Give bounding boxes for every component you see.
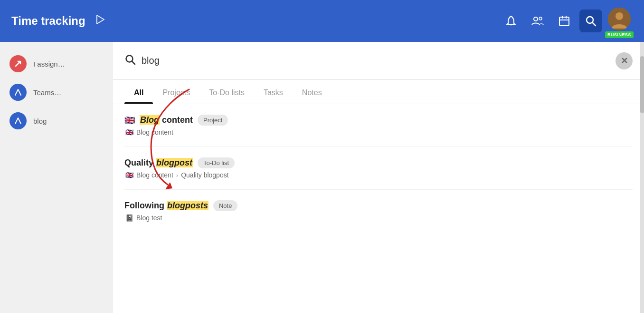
search-bar: ✕	[113, 42, 644, 80]
result-sub-text-1: Blog content	[136, 128, 173, 136]
result-badge-3: Note	[213, 200, 237, 211]
result-sub-3: 📓 Blog test	[124, 214, 633, 222]
business-badge: BUSINESS	[605, 31, 634, 38]
avatar	[608, 8, 631, 30]
sidebar-item-teams[interactable]: Teams…	[0, 78, 113, 107]
sidebar-item-blog[interactable]: blog	[0, 107, 113, 135]
sidebar: I assign… Teams… blog	[0, 42, 113, 313]
svg-point-1	[534, 17, 538, 21]
avatar-image	[608, 8, 631, 30]
result-sub-2: 🇬🇧 Blog content › Quality blogpost	[124, 171, 633, 179]
result-item-following-blogposts[interactable]: Following blogposts Note 📓 Blog test	[124, 190, 633, 232]
user-avatar-wrap[interactable]: BUSINESS	[606, 4, 633, 38]
svg-marker-0	[97, 15, 104, 24]
calendar-button[interactable]	[553, 10, 576, 32]
sidebar-label-blog: blog	[33, 117, 47, 125]
scrollbar-thumb	[640, 56, 644, 113]
tab-notes[interactable]: Notes	[293, 80, 331, 104]
app-title: Time tracking	[11, 14, 85, 28]
svg-rect-3	[559, 17, 569, 26]
result-badge-2: To-Do list	[198, 157, 235, 168]
result-highlight-1: Blog	[140, 115, 160, 125]
sidebar-icon-teams	[9, 84, 27, 101]
result-sub-flag-3: 📓	[125, 214, 133, 222]
result-item-quality-blogpost[interactable]: Quality blogpost To-Do list 🇬🇧 Blog cont…	[124, 147, 633, 190]
result-title-row-1: 🇬🇧 Blog content Project	[124, 115, 633, 126]
sidebar-icon-assigned	[9, 55, 27, 72]
main-layout: I assign… Teams… blog	[0, 42, 644, 313]
sidebar-icon-blog	[9, 112, 27, 129]
search-results: 🇬🇧 Blog content Project 🇬🇧 Blog content …	[113, 104, 644, 313]
result-item-blog-content[interactable]: 🇬🇧 Blog content Project 🇬🇧 Blog content	[124, 104, 633, 147]
close-icon: ✕	[621, 56, 628, 66]
result-title-row-3: Following blogposts Note	[124, 200, 633, 211]
result-highlight-2: blogpost	[156, 158, 193, 167]
notifications-button[interactable]	[500, 10, 522, 32]
sidebar-item-assigned[interactable]: I assign…	[0, 49, 113, 78]
result-sub-text-2: Blog content	[136, 171, 173, 179]
result-title-row-2: Quality blogpost To-Do list	[124, 157, 633, 168]
result-flag-1: 🇬🇧	[124, 115, 135, 126]
result-sub-flag-2: 🇬🇧	[125, 171, 133, 179]
search-tabs: All Projects To-Do lists Tasks Notes	[113, 80, 644, 104]
svg-point-2	[539, 17, 542, 20]
header: Time tracking	[0, 0, 644, 42]
result-badge-1: Project	[198, 115, 228, 126]
close-button[interactable]: ✕	[616, 52, 633, 69]
scrollbar[interactable]	[640, 42, 644, 313]
svg-point-6	[616, 12, 623, 20]
result-title-2: Quality blogpost	[124, 158, 193, 168]
result-sub-text-3: Blog test	[136, 214, 162, 222]
result-sub-1: 🇬🇧 Blog content	[124, 128, 633, 136]
header-icons: BUSINESS	[500, 4, 633, 38]
result-chevron-2: ›	[176, 172, 178, 179]
search-panel: ✕ All Projects To-Do lists Tasks Notes 🇬…	[113, 42, 644, 313]
tab-projects[interactable]: Projects	[153, 80, 199, 104]
result-highlight-3: blogposts	[167, 201, 208, 210]
result-sub-flag-1: 🇬🇧	[125, 128, 133, 136]
sidebar-label-assigned: I assign…	[33, 60, 65, 68]
team-button[interactable]	[526, 10, 549, 32]
search-button[interactable]	[579, 10, 602, 32]
tab-all[interactable]: All	[124, 80, 153, 104]
tab-tasks[interactable]: Tasks	[254, 80, 293, 104]
result-title-3: Following blogposts	[124, 201, 208, 211]
search-input[interactable]	[142, 55, 610, 66]
result-title-1: Blog content	[140, 115, 193, 125]
result-sub-path-2: Quality blogpost	[181, 171, 228, 179]
tab-todo[interactable]: To-Do lists	[199, 80, 254, 104]
search-icon	[124, 54, 136, 68]
play-icon[interactable]	[93, 13, 106, 29]
sidebar-label-teams: Teams…	[33, 88, 61, 97]
